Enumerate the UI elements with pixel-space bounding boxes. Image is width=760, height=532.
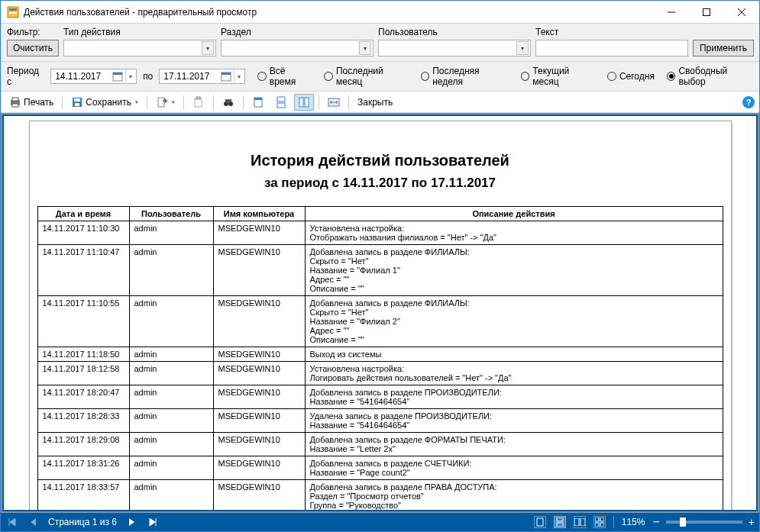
cell-datetime: 14.11.2017 18:20:47 <box>37 385 129 409</box>
cell-computer: MSEDGEWIN10 <box>213 362 305 385</box>
view-multi-button[interactable] <box>593 516 606 528</box>
svg-rect-10 <box>222 73 231 75</box>
zoom-slider[interactable] <box>666 521 742 524</box>
window-title: Действия пользователей - предварительный… <box>24 7 654 18</box>
filter-section-combo[interactable]: ▾ <box>221 40 374 56</box>
chevron-down-icon: ▾ <box>125 70 134 82</box>
cell-description: Добавлена запись в разделе ФИЛИАЛЫ:Скрыт… <box>305 245 723 296</box>
binoculars-icon <box>222 96 234 108</box>
cell-user: admin <box>129 296 213 347</box>
cell-datetime: 14.11.2017 11:10:55 <box>37 296 129 347</box>
table-row: 14.11.2017 11:18:50adminMSEDGEWIN10Выход… <box>37 347 723 362</box>
cell-computer: MSEDGEWIN10 <box>213 245 305 296</box>
next-page-button[interactable] <box>125 515 138 529</box>
table-row: 14.11.2017 18:33:57adminMSEDGEWIN10Добав… <box>37 480 723 512</box>
single-page-button[interactable] <box>248 94 268 111</box>
svg-rect-2 <box>9 12 17 14</box>
chevron-down-icon: ▾ <box>234 70 243 82</box>
filter-type-combo[interactable]: ▾ <box>63 40 216 56</box>
table-row: 14.11.2017 18:29:08adminMSEDGEWIN10Добав… <box>37 433 723 456</box>
cell-description: Добавлена запись в разделе СЧЕТЧИКИ:Назв… <box>305 456 723 480</box>
close-button[interactable] <box>724 1 759 24</box>
table-row: 14.11.2017 18:31:26adminMSEDGEWIN10Добав… <box>37 456 723 480</box>
save-button[interactable]: Сохранить ▾ <box>67 94 142 111</box>
cell-description: Добавлена запись в разделе ФОРМАТЫ ПЕЧАТ… <box>305 433 723 456</box>
period-all-radio[interactable]: Всё время <box>257 66 312 87</box>
date-from-picker[interactable]: 14.11.2017 ▾ <box>50 69 137 84</box>
col-computer: Имя компьютера <box>213 207 305 221</box>
cell-computer: MSEDGEWIN10 <box>213 347 305 362</box>
app-icon <box>7 6 19 18</box>
period-from-label: Период с <box>7 66 44 87</box>
chevron-down-icon: ▾ <box>359 41 371 55</box>
multi-page-button[interactable] <box>294 94 314 111</box>
chevron-down-icon: ▾ <box>202 41 214 55</box>
cell-user: admin <box>129 221 213 245</box>
table-row: 14.11.2017 18:20:47adminMSEDGEWIN10Добав… <box>37 385 723 409</box>
continuous-page-button[interactable] <box>271 94 291 111</box>
cell-datetime: 14.11.2017 11:10:47 <box>37 245 129 296</box>
svg-rect-36 <box>600 517 604 521</box>
clipboard-icon <box>192 96 205 108</box>
cell-computer: MSEDGEWIN10 <box>213 456 305 480</box>
maximize-button[interactable] <box>689 1 724 24</box>
cell-user: admin <box>129 385 213 409</box>
close-preview-button[interactable]: Закрыть <box>354 94 396 111</box>
copy-button[interactable] <box>189 94 209 111</box>
filter-text-input[interactable] <box>535 40 688 56</box>
window: Действия пользователей - предварительный… <box>0 0 760 532</box>
find-button[interactable] <box>218 94 238 111</box>
svg-rect-18 <box>195 98 202 107</box>
minimize-button[interactable] <box>654 1 689 24</box>
chevron-down-icon: ▾ <box>516 41 529 55</box>
filter-panel: Фильтр: Тип действия Раздел Пользователь… <box>1 24 759 62</box>
first-page-button[interactable] <box>5 515 19 529</box>
filter-user-combo[interactable]: ▾ <box>378 40 531 56</box>
print-button[interactable]: Печать <box>5 94 57 111</box>
preview-area: История действий пользователей за период… <box>1 113 759 513</box>
table-row: 14.11.2017 18:12:58adminMSEDGEWIN10Устан… <box>37 362 723 385</box>
apply-button[interactable]: Применить <box>693 40 754 56</box>
export-button[interactable]: ▾ <box>152 94 179 111</box>
filter-user-label: Пользователь <box>378 27 531 38</box>
view-continuous-button[interactable] <box>554 516 566 528</box>
period-this-month-radio[interactable]: Текущий месяц <box>521 66 595 87</box>
cell-datetime: 14.11.2017 18:12:58 <box>37 362 129 385</box>
date-to-picker[interactable]: 17.11.2017 ▾ <box>159 69 245 84</box>
table-row: 14.11.2017 11:10:47adminMSEDGEWIN10Добав… <box>37 245 723 296</box>
svg-rect-26 <box>277 103 285 108</box>
report-title: История действий пользователей <box>37 152 723 169</box>
preview-scroll[interactable]: История действий пользователей за период… <box>2 114 758 511</box>
view-single-button[interactable] <box>534 516 546 528</box>
filter-label: Фильтр: <box>7 27 59 38</box>
report-table: Дата и время Пользователь Имя компьютера… <box>37 206 723 511</box>
svg-rect-8 <box>113 73 122 75</box>
cell-user: admin <box>129 480 213 512</box>
svg-rect-28 <box>305 98 309 107</box>
cell-user: admin <box>129 433 213 456</box>
period-free-radio[interactable]: Свободный выбор <box>667 66 753 87</box>
cell-description: Добавлена запись в разделе ПРОИЗВОДИТЕЛИ… <box>305 385 723 409</box>
filter-section-label: Раздел <box>221 27 374 38</box>
clear-button[interactable]: Очистить <box>7 40 59 56</box>
help-button[interactable]: ? <box>742 96 755 108</box>
zoom-thumb[interactable] <box>680 517 686 527</box>
period-today-radio[interactable]: Сегодня <box>607 71 655 82</box>
separator <box>147 95 147 109</box>
zoom-in-button[interactable]: + <box>749 518 755 526</box>
prev-page-button[interactable] <box>27 515 40 529</box>
view-facing-button[interactable] <box>574 516 586 528</box>
period-last-week-radio[interactable]: Последняя неделя <box>421 66 509 87</box>
period-last-month-radio[interactable]: Последний месяц <box>324 66 408 87</box>
cell-computer: MSEDGEWIN10 <box>213 221 305 245</box>
fit-width-button[interactable] <box>324 94 344 111</box>
svg-rect-30 <box>537 518 543 526</box>
calendar-icon <box>112 71 123 82</box>
zoom-value: 115% <box>622 517 645 527</box>
zoom-out-button[interactable]: − <box>652 518 659 526</box>
last-page-button[interactable] <box>146 515 160 529</box>
page-multi-icon <box>298 96 310 108</box>
separator <box>213 95 214 109</box>
filter-type-label: Тип действия <box>63 27 216 38</box>
cell-computer: MSEDGEWIN10 <box>213 480 305 512</box>
